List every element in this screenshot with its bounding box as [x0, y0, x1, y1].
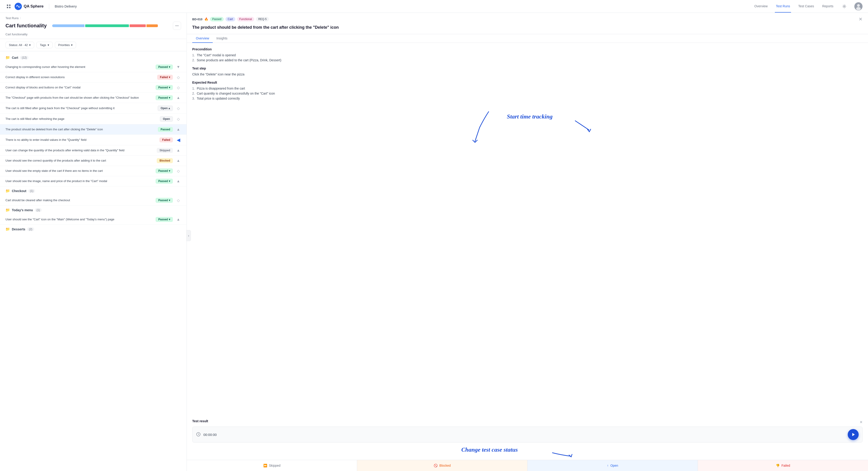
status-filter[interactable]: Status: All · 42 ▾ [5, 42, 34, 48]
status-badge[interactable]: Open ▴ [158, 106, 173, 111]
page-title-row: Cart functionality [5, 22, 181, 30]
chevron-icon: ▾ [169, 76, 170, 79]
svg-point-6 [844, 6, 845, 7]
tag-functional: Functional [237, 17, 254, 22]
play-button[interactable] [848, 429, 859, 440]
test-item[interactable]: There is no ability to enter invalid val… [0, 135, 187, 145]
test-item[interactable]: Cart should be cleared after making the … [0, 195, 187, 206]
sidebar-toggle[interactable]: › [186, 230, 191, 241]
logo[interactable]: QA Sphere [14, 3, 43, 10]
svg-point-8 [857, 4, 860, 7]
section-header-todays-menu[interactable]: 📁 Today's menu (1) [0, 206, 187, 214]
tags-filter[interactable]: Tags ▾ [36, 42, 52, 48]
status-badge[interactable]: Failed [159, 138, 173, 142]
status-badge[interactable]: Passed ▾ [156, 168, 173, 173]
test-item[interactable]: The "Checkout" page with products from t… [0, 93, 187, 103]
status-badge[interactable]: Blocked [157, 158, 173, 163]
test-item[interactable]: Correct display in different screen reso… [0, 72, 187, 83]
chevron-icon: ▴ [168, 107, 170, 110]
tab-insights[interactable]: Insights [213, 34, 231, 43]
app-name: QA Sphere [24, 4, 43, 9]
tab-overview[interactable]: Overview [192, 34, 213, 43]
user-avatar[interactable] [854, 2, 863, 10]
top-navigation: QA Sphere Bistro Delivery Overview Test … [0, 0, 868, 13]
skipped-icon: ⏩ [263, 464, 267, 467]
failed-button[interactable]: 👎 Failed [698, 460, 868, 471]
status-badge[interactable]: Passed ▾ [156, 64, 173, 69]
priorities-filter[interactable]: Priorities ▾ [55, 42, 76, 48]
test-result-close[interactable]: ✕ [860, 420, 863, 424]
precondition-label: Precondition [192, 48, 863, 51]
status-badge[interactable]: Passed ▾ [156, 179, 173, 184]
skipped-button[interactable]: ⏩ Skipped [187, 460, 357, 471]
test-item[interactable]: Changing to corresponding cursor after h… [0, 62, 187, 72]
test-result-label: Test result [192, 419, 208, 423]
priority-icon[interactable]: ▲ [176, 158, 181, 163]
expected-result-section: Expected Result Pizza is disappeared fro… [192, 81, 863, 100]
test-item[interactable]: User should see the empty state of the c… [0, 166, 187, 176]
nav-test-cases[interactable]: Test Cases [797, 0, 815, 12]
status-badge[interactable]: Passed ▾ [156, 95, 173, 100]
breadcrumb: Test Runs / [5, 17, 181, 20]
progress-bar [52, 24, 167, 27]
section-count-cart: (12) [20, 56, 28, 59]
nav-reports[interactable]: Reports [821, 0, 834, 12]
status-badge[interactable]: Passed ▾ [156, 85, 173, 90]
priority-icon[interactable]: ◇ [176, 75, 181, 80]
folder-icon-cart: 📁 [5, 55, 10, 60]
test-item[interactable]: User should see the correct quantity of … [0, 156, 187, 166]
priority-icon[interactable]: ▲ [176, 96, 181, 100]
priority-icon[interactable]: ◇ [176, 169, 181, 173]
precondition-item-2: Some products are added to the cart (Piz… [192, 58, 863, 62]
more-options-button[interactable] [173, 22, 181, 30]
priority-icon[interactable]: ◇ [176, 198, 181, 203]
timer-value: 00:00:00 [204, 433, 845, 437]
close-button[interactable]: ✕ [859, 17, 863, 22]
status-badge[interactable]: Failed ▾ [157, 75, 173, 80]
status-badge[interactable]: Passed [158, 127, 173, 132]
svg-point-5 [19, 6, 21, 7]
section-title-checkout: Checkout [12, 189, 26, 193]
nav-test-runs[interactable]: Test Runs [775, 0, 791, 12]
svg-point-12 [178, 26, 179, 26]
test-item[interactable]: The cart is still filled after going bac… [0, 103, 187, 114]
test-item[interactable]: User should see the image, name and pric… [0, 176, 187, 186]
test-item[interactable]: User can change the quantity of the prod… [0, 145, 187, 156]
test-item[interactable]: User should see the "Cart" icon on the "… [0, 214, 187, 225]
priority-icon[interactable]: ◇ [176, 85, 181, 90]
chevron-icon: ▾ [169, 180, 170, 183]
test-item-selected[interactable]: The product should be deleted from the c… [0, 124, 187, 135]
nav-overview[interactable]: Overview [753, 0, 769, 12]
test-item[interactable]: The cart is still filled after refreshin… [0, 114, 187, 124]
svg-marker-15 [852, 433, 855, 436]
section-header-checkout[interactable]: 📁 Checkout (1) [0, 186, 187, 195]
status-badge[interactable]: Skipped [157, 148, 173, 153]
priority-icon[interactable]: ◇ [176, 117, 181, 121]
topnav-left: QA Sphere Bistro Delivery [5, 3, 753, 10]
test-item[interactable]: Correct display of blocks and buttons on… [0, 83, 187, 93]
status-badge[interactable]: Passed ▾ [156, 198, 173, 203]
open-button[interactable]: ↑ Open [527, 460, 698, 471]
section-count-todays-menu: (1) [35, 208, 42, 212]
priority-icon[interactable]: ▲ [176, 217, 181, 222]
blocked-button[interactable]: 🚫 Blocked [357, 460, 527, 471]
arrow-icon[interactable]: ◀ [176, 137, 181, 143]
main-layout: Test Runs / Cart functionality Cart func… [0, 13, 868, 471]
priority-icon[interactable]: ▼ [176, 65, 181, 69]
status-badge[interactable]: Open [160, 116, 173, 122]
section-title-desserts: Desserts [12, 228, 25, 231]
apps-icon[interactable] [5, 3, 12, 9]
status-badge[interactable]: Passed ▾ [156, 217, 173, 222]
breadcrumb-test-runs[interactable]: Test Runs [5, 17, 19, 20]
section-header-cart[interactable]: 📁 Cart (12) [0, 53, 187, 62]
section-header-desserts[interactable]: 📁 Desserts (2) [0, 225, 187, 234]
priority-icon[interactable]: ▲ [176, 148, 181, 152]
case-id: BD-010 [192, 18, 203, 21]
topnav-right: Overview Test Runs Test Cases Reports [753, 0, 863, 12]
priority-icon[interactable]: ▲ [176, 127, 181, 131]
priority-icon[interactable]: ◇ [176, 106, 181, 111]
fire-icon: 🔥 [204, 17, 208, 21]
priority-icon[interactable]: ▲ [176, 179, 181, 183]
folder-icon-checkout: 📁 [5, 189, 10, 193]
settings-icon[interactable] [841, 3, 848, 10]
